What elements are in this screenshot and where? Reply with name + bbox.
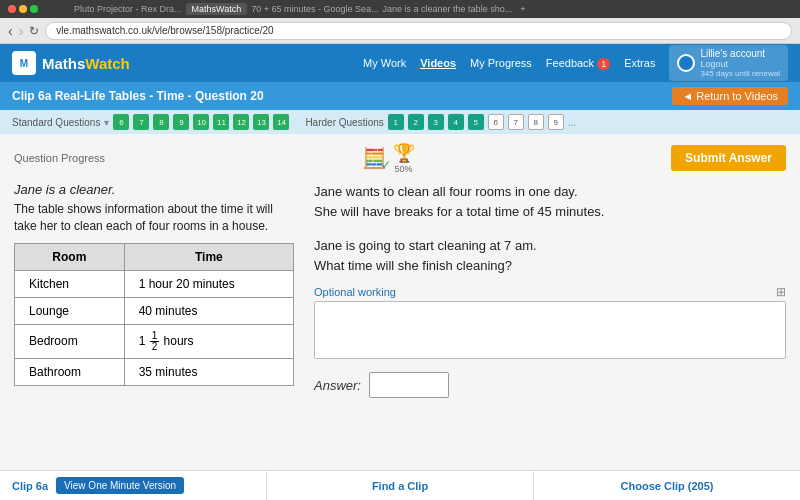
url-input[interactable] bbox=[45, 22, 792, 40]
tab-active[interactable]: MathsWatch bbox=[186, 3, 248, 15]
minimize-dot[interactable] bbox=[19, 5, 27, 13]
table-row: Kitchen 1 hour 20 minutes bbox=[15, 270, 294, 297]
new-tab-btn[interactable]: + bbox=[520, 4, 525, 14]
view-one-minute-btn[interactable]: View One Minute Version bbox=[56, 477, 184, 494]
percent-label: 50% bbox=[395, 164, 413, 174]
refresh-btn[interactable]: ↻ bbox=[29, 24, 39, 38]
icons-area: 🧮 ✓ 🏆 50% bbox=[362, 142, 415, 174]
right-text-2: She will have breaks for a total time of… bbox=[314, 202, 786, 222]
tab-inactive-1[interactable]: Pluto Projector - Rex Dra... bbox=[74, 4, 182, 14]
choose-clip-label: Choose Clip (205) bbox=[621, 480, 714, 492]
logo-area: M MathsWatch bbox=[12, 51, 130, 75]
return-to-videos-btn[interactable]: ◄ Return to Videos bbox=[672, 87, 788, 105]
hrd-q-5[interactable]: 5 bbox=[468, 114, 484, 130]
account-area[interactable]: 👤 Lillie's account Logout 345 days until… bbox=[669, 45, 788, 81]
right-text-3: Jane is going to start cleaning at 7 am. bbox=[314, 236, 786, 256]
clip-header: Clip 6a Real-Life Tables - Time - Questi… bbox=[0, 82, 800, 110]
right-panel: Jane wants to clean all four rooms in on… bbox=[314, 182, 786, 462]
nav-extras[interactable]: Extras bbox=[624, 57, 655, 69]
time-kitchen: 1 hour 20 minutes bbox=[124, 270, 293, 297]
std-q-10[interactable]: 10 bbox=[193, 114, 209, 130]
bottom-clip-section: Clip 6a View One Minute Version bbox=[0, 471, 267, 500]
address-bar: ‹ › ↻ bbox=[0, 18, 800, 44]
question-progress-label: Question Progress bbox=[14, 152, 105, 164]
std-q-9[interactable]: 9 bbox=[173, 114, 189, 130]
cleaning-table: Room Time Kitchen 1 hour 20 minutes Loun… bbox=[14, 243, 294, 386]
nav-links: My Work Videos My Progress Feedback 1 Ex… bbox=[363, 45, 788, 81]
clip-label: Clip 6a bbox=[12, 480, 48, 492]
trophy-area: 🏆 50% bbox=[393, 142, 415, 174]
account-info: Lillie's account Logout 345 days until r… bbox=[700, 48, 780, 78]
working-box[interactable] bbox=[314, 301, 786, 359]
table-header-time: Time bbox=[124, 243, 293, 270]
close-dot[interactable] bbox=[8, 5, 16, 13]
tab-inactive-2[interactable]: 70 + 65 minutes - Google Sea... bbox=[251, 4, 378, 14]
std-q-7[interactable]: 7 bbox=[133, 114, 149, 130]
intro-line-2: The table shows information about the ti… bbox=[14, 201, 294, 235]
answer-label: Answer: bbox=[314, 378, 361, 393]
trophy-icon: 🏆 bbox=[393, 142, 415, 164]
question-area: Question Progress 🧮 ✓ 🏆 50% Submit Answe… bbox=[0, 134, 800, 470]
harder-questions-label: Harder Questions bbox=[305, 117, 383, 128]
right-text-1: Jane wants to clean all four rooms in on… bbox=[314, 182, 786, 202]
std-q-8[interactable]: 8 bbox=[153, 114, 169, 130]
content-area: Jane is a cleaner. The table shows infor… bbox=[14, 182, 786, 462]
hrd-q-9[interactable]: 9 bbox=[548, 114, 564, 130]
time-bedroom: 1 12 hours bbox=[124, 324, 293, 358]
forward-btn[interactable]: › bbox=[19, 23, 24, 39]
check-icon: ✓ bbox=[381, 158, 391, 172]
standard-questions-label: Standard Questions bbox=[12, 117, 100, 128]
hrd-q-3[interactable]: 3 bbox=[428, 114, 444, 130]
hrd-q-4[interactable]: 4 bbox=[448, 114, 464, 130]
room-bedroom: Bedroom bbox=[15, 324, 125, 358]
answer-input[interactable] bbox=[369, 372, 449, 398]
room-bathroom: Bathroom bbox=[15, 358, 125, 385]
hrd-q-7[interactable]: 7 bbox=[508, 114, 524, 130]
logo-text: MathsWatch bbox=[42, 55, 130, 72]
browser-chrome: Pluto Projector - Rex Dra... MathsWatch … bbox=[0, 0, 800, 18]
bottom-find-section: Find a Clip bbox=[267, 471, 534, 500]
std-q-12[interactable]: 12 bbox=[233, 114, 249, 130]
expand-icon[interactable]: ⊞ bbox=[776, 285, 786, 299]
question-header: Question Progress 🧮 ✓ 🏆 50% Submit Answe… bbox=[14, 142, 786, 174]
clip-title: Clip 6a Real-Life Tables - Time - Questi… bbox=[12, 89, 264, 103]
tab-inactive-3[interactable]: Jane is a cleaner the table sho... bbox=[383, 4, 513, 14]
hrd-q-8[interactable]: 8 bbox=[528, 114, 544, 130]
std-q-14[interactable]: 14 bbox=[273, 114, 289, 130]
optional-working-label: Optional working bbox=[314, 286, 396, 298]
std-q-6[interactable]: 6 bbox=[113, 114, 129, 130]
table-row: Bedroom 1 12 hours bbox=[15, 324, 294, 358]
logo-icon: M bbox=[12, 51, 36, 75]
hrd-q-1[interactable]: 1 bbox=[388, 114, 404, 130]
right-text-4: What time will she finish cleaning? bbox=[314, 256, 786, 276]
table-header-room: Room bbox=[15, 243, 125, 270]
nav-my-work[interactable]: My Work bbox=[363, 57, 406, 69]
table-row: Lounge 40 minutes bbox=[15, 297, 294, 324]
time-bathroom: 35 minutes bbox=[124, 358, 293, 385]
top-nav: M MathsWatch My Work Videos My Progress … bbox=[0, 44, 800, 82]
time-lounge: 40 minutes bbox=[124, 297, 293, 324]
nav-my-progress[interactable]: My Progress bbox=[470, 57, 532, 69]
bottom-choose-section: Choose Clip (205) bbox=[534, 471, 800, 500]
table-row: Bathroom 35 minutes bbox=[15, 358, 294, 385]
nav-videos[interactable]: Videos bbox=[420, 57, 456, 69]
std-q-13[interactable]: 13 bbox=[253, 114, 269, 130]
find-clip-label: Find a Clip bbox=[372, 480, 428, 492]
progress-bar-row: Standard Questions ▾ 6 7 8 9 10 11 12 13… bbox=[0, 110, 800, 134]
intro-line-1: Jane is a cleaner. bbox=[14, 182, 294, 197]
browser-dots bbox=[8, 5, 38, 13]
answer-row: Answer: bbox=[314, 372, 786, 398]
maximize-dot[interactable] bbox=[30, 5, 38, 13]
nav-feedback[interactable]: Feedback 1 bbox=[546, 57, 610, 69]
account-avatar: 👤 bbox=[677, 54, 695, 72]
app-container: M MathsWatch My Work Videos My Progress … bbox=[0, 44, 800, 500]
room-lounge: Lounge bbox=[15, 297, 125, 324]
submit-answer-btn[interactable]: Submit Answer bbox=[671, 145, 786, 171]
bottom-bar: Clip 6a View One Minute Version Find a C… bbox=[0, 470, 800, 500]
optional-working-header: Optional working ⊞ bbox=[314, 285, 786, 299]
back-btn[interactable]: ‹ bbox=[8, 23, 13, 39]
hrd-q-6[interactable]: 6 bbox=[488, 114, 504, 130]
std-q-11[interactable]: 11 bbox=[213, 114, 229, 130]
room-kitchen: Kitchen bbox=[15, 270, 125, 297]
hrd-q-2[interactable]: 2 bbox=[408, 114, 424, 130]
